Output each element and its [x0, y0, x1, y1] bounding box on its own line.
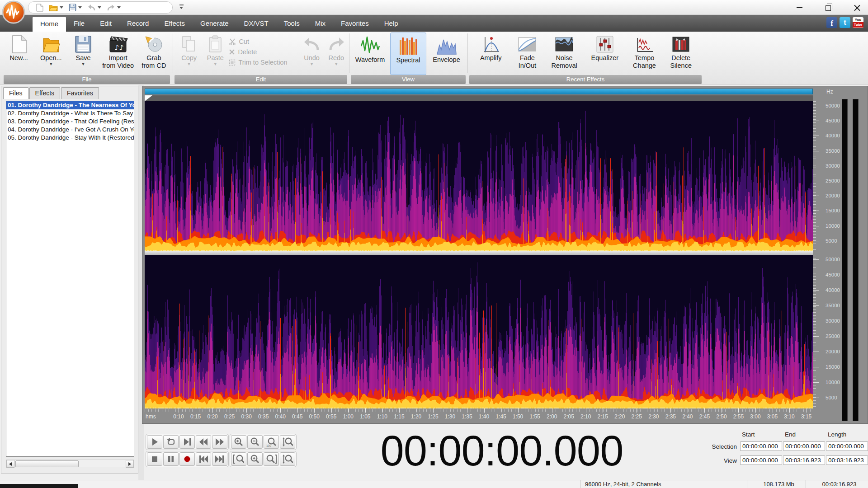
- file-list-item[interactable]: 05. Dorothy Dandridge - Stay With It (Re…: [6, 134, 134, 142]
- close-button[interactable]: [851, 2, 863, 14]
- noise-removal-button[interactable]: Noise Removal: [548, 33, 580, 70]
- level-meter-left: [842, 99, 848, 421]
- view-start-field[interactable]: 00:00:00.000: [740, 455, 782, 465]
- fade-in-out-button[interactable]: Fade In/Out: [513, 33, 541, 70]
- qat-open-button[interactable]: [47, 3, 65, 13]
- spectral-view-button[interactable]: Spectral: [390, 33, 426, 75]
- scroll-right-button[interactable]: [126, 460, 134, 468]
- record-button[interactable]: [179, 452, 195, 466]
- timeline-label: 2:55: [731, 413, 746, 420]
- spectrogram-channel-2[interactable]: [145, 255, 813, 408]
- amplify-button[interactable]: Amplify: [476, 33, 506, 62]
- cut-button[interactable]: Cut: [229, 38, 299, 45]
- delete-silence-button[interactable]: Delete Silence: [666, 33, 695, 70]
- dropdown-arrow-icon: [117, 6, 121, 9]
- group-label-file: File: [4, 75, 170, 84]
- tab-file[interactable]: File: [66, 15, 92, 32]
- stop-button[interactable]: [147, 452, 162, 466]
- tab-generate[interactable]: Generate: [193, 15, 236, 32]
- tab-dx-vst[interactable]: DX/VST: [236, 15, 276, 32]
- paste-button[interactable]: Paste: [203, 33, 228, 66]
- panel-tab-files[interactable]: Files: [3, 87, 28, 99]
- timeline-major-tick: [501, 408, 501, 413]
- open-button[interactable]: Open...: [35, 33, 67, 66]
- paste-clipboard-icon: [205, 34, 225, 54]
- tab-tools[interactable]: Tools: [276, 15, 307, 32]
- selection-length-field[interactable]: 00:00:00.000: [826, 441, 868, 451]
- tab-edit[interactable]: Edit: [92, 15, 119, 32]
- frequency-minor-ticks: [813, 101, 816, 251]
- timeline-ruler[interactable]: hms 0:100:150:200:250:300:350:400:450:50…: [145, 408, 813, 424]
- customize-quick-access-icon[interactable]: [179, 4, 185, 11]
- pause-button[interactable]: [163, 452, 179, 466]
- file-list-item[interactable]: 01. Dorothy Dandridge - The Nearness Of …: [6, 101, 134, 109]
- loop-button[interactable]: [163, 435, 179, 449]
- tab-favorites[interactable]: Favorites: [333, 15, 377, 32]
- waveform-view-button[interactable]: Waveform: [352, 33, 389, 75]
- marker-strip[interactable]: [145, 95, 813, 101]
- qat-save-button[interactable]: [67, 3, 83, 13]
- ribbon: New... Open... Save ♪♪ Import from Video: [0, 32, 868, 85]
- zoom-in-button[interactable]: [231, 435, 246, 449]
- import-from-video-button[interactable]: ♪♪ Import from Video: [99, 33, 137, 70]
- tab-record[interactable]: Record: [119, 15, 156, 32]
- file-list-item[interactable]: 04. Dorothy Dandridge - I've Got A Crush…: [6, 126, 134, 134]
- file-list-item[interactable]: 02. Dorothy Dandridge - What Is There To…: [6, 109, 134, 117]
- envelope-icon: [435, 34, 458, 56]
- tab-mix[interactable]: Mix: [307, 15, 333, 32]
- equalizer-button[interactable]: Equalizer: [587, 33, 623, 62]
- play-position-marker[interactable]: [145, 95, 152, 101]
- zoom-in-small-button[interactable]: [247, 452, 263, 466]
- new-button[interactable]: New...: [3, 33, 35, 62]
- selection-start-field[interactable]: 00:00:00.000: [740, 441, 782, 451]
- tab-effects[interactable]: Effects: [156, 15, 193, 32]
- spectrogram-channel-1[interactable]: [145, 101, 813, 251]
- twitter-icon[interactable]: t: [840, 17, 850, 28]
- envelope-view-button[interactable]: Envelope: [428, 33, 465, 75]
- qat-undo-button[interactable]: [86, 3, 103, 13]
- skip-to-end-button[interactable]: [212, 452, 227, 466]
- youtube-icon[interactable]: You Tube: [853, 17, 863, 28]
- file-list-item[interactable]: 03. Dorothy Dandridge - That Old Feeling…: [6, 117, 134, 126]
- tempo-change-button[interactable]: Tempo Change: [630, 33, 660, 70]
- scroll-left-button[interactable]: [6, 460, 14, 468]
- zoom-100-button[interactable]: 100: [264, 435, 279, 449]
- selection-end-field[interactable]: 00:00:00.000: [783, 441, 825, 451]
- panel-tab-effects[interactable]: Effects: [29, 87, 61, 99]
- redo-button[interactable]: Redo: [325, 33, 348, 66]
- minimize-button[interactable]: [793, 2, 806, 14]
- tab-help[interactable]: Help: [377, 15, 406, 32]
- zoom-vertical-fit-button[interactable]: [280, 452, 295, 466]
- panel-tab-favorites[interactable]: Favorites: [61, 87, 99, 99]
- maximize-button[interactable]: [822, 2, 835, 14]
- svg-text:100: 100: [266, 444, 271, 447]
- scrollbar-thumb[interactable]: [15, 460, 79, 467]
- play-to-end-button[interactable]: [179, 435, 195, 449]
- zoom-selection-button[interactable]: [231, 452, 246, 466]
- undo-button[interactable]: Undo: [300, 33, 323, 66]
- fast-forward-button[interactable]: [212, 435, 227, 449]
- zoom-out-button[interactable]: [247, 435, 263, 449]
- grab-from-cd-button[interactable]: Grab from CD: [137, 33, 171, 70]
- zoom-vertical-button[interactable]: [280, 435, 295, 449]
- copy-button[interactable]: Copy: [176, 33, 202, 66]
- taskbar-sliver: [0, 484, 78, 488]
- app-logo-icon: [2, 0, 25, 24]
- rewind-button[interactable]: [196, 435, 211, 449]
- qat-new-button[interactable]: [35, 3, 45, 13]
- redo-icon: [326, 34, 346, 54]
- trim-to-selection-button[interactable]: Trim to Selection: [229, 59, 299, 66]
- tab-home[interactable]: Home: [33, 17, 66, 32]
- skip-to-start-button[interactable]: [196, 452, 211, 466]
- qat-redo-button[interactable]: [105, 3, 122, 13]
- delete-button[interactable]: Delete: [229, 48, 299, 56]
- app-logo[interactable]: [2, 0, 25, 24]
- zoom-full-button[interactable]: [264, 452, 279, 466]
- facebook-icon[interactable]: f: [826, 17, 837, 28]
- save-button[interactable]: Save: [67, 33, 99, 66]
- view-end-field[interactable]: 00:03:16.923: [783, 455, 825, 465]
- play-button[interactable]: [147, 435, 162, 449]
- file-list-horizontal-scrollbar[interactable]: [6, 460, 134, 468]
- overview-scrollbar[interactable]: [145, 89, 813, 94]
- view-length-field[interactable]: 00:03:16.923: [826, 455, 868, 465]
